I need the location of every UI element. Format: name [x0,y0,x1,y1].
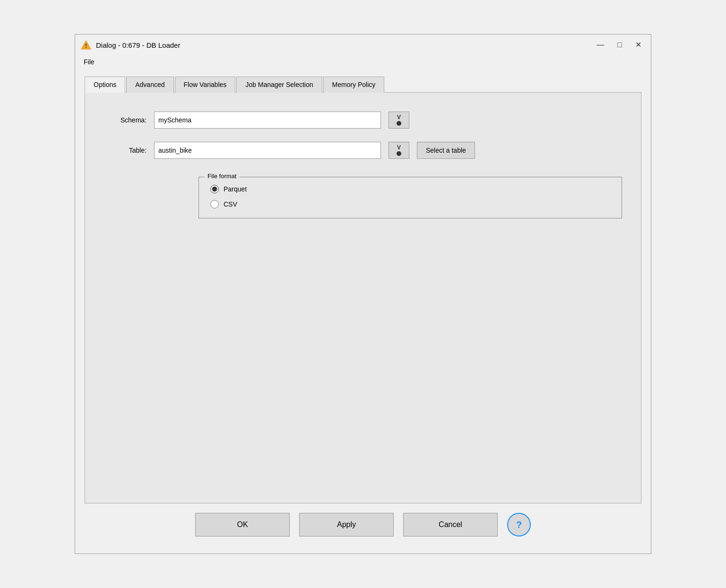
minimize-button[interactable]: — [593,40,608,50]
tab-bar: Options Advanced Flow Variables Job Mana… [85,76,641,93]
help-button[interactable]: ? [507,513,531,536]
title-bar-left: ! Dialog - 0:679 - DB Loader [81,40,180,50]
parquet-label: Parquet [224,185,247,193]
variable-dot-icon [397,121,401,126]
file-menu[interactable]: File [81,57,97,67]
schema-row: Schema: V [104,112,622,129]
csv-label: CSV [224,200,237,208]
table-label: Table: [104,147,147,154]
csv-radio[interactable] [210,200,219,208]
content-area: Options Advanced Flow Variables Job Mana… [75,69,651,553]
variable-v-icon2: V [397,145,401,150]
variable-v-icon: V [397,114,401,120]
close-button[interactable]: ✕ [631,40,645,50]
schema-variable-button[interactable]: V [389,112,409,129]
tab-advanced[interactable]: Advanced [126,77,173,93]
menu-bar: File [75,55,651,69]
footer-buttons: OK Apply Cancel ? [85,503,641,546]
maximize-button[interactable]: □ [614,40,626,50]
tab-memory-policy[interactable]: Memory Policy [323,77,385,93]
file-format-group: File format Parquet CSV [199,177,622,218]
table-input[interactable] [154,142,381,159]
title-bar-controls: — □ ✕ [593,40,645,50]
table-row: Table: V Select a table [104,142,622,159]
tab-job-manager[interactable]: Job Manager Selection [236,77,322,93]
parquet-radio[interactable] [210,185,219,193]
window-title: Dialog - 0:679 - DB Loader [96,41,180,49]
schema-input[interactable] [154,112,381,129]
tab-flow-variables[interactable]: Flow Variables [175,77,236,93]
apply-button[interactable]: Apply [299,513,394,536]
schema-label: Schema: [104,116,147,124]
select-table-button[interactable]: Select a table [417,142,475,159]
tab-panel-options: Schema: V Table: V Select a table Fi [85,93,641,503]
file-format-legend: File format [205,173,239,180]
svg-text:!: ! [85,43,87,49]
cancel-button[interactable]: Cancel [403,513,498,536]
csv-radio-row: CSV [210,200,610,208]
dialog-window: ! Dialog - 0:679 - DB Loader — □ ✕ File … [75,34,651,554]
ok-button[interactable]: OK [195,513,290,536]
title-bar: ! Dialog - 0:679 - DB Loader — □ ✕ [75,35,651,55]
parquet-radio-row: Parquet [210,185,610,193]
tab-options[interactable]: Options [85,77,125,93]
variable-dot-icon2 [397,151,401,156]
table-variable-button[interactable]: V [389,142,409,159]
warning-icon: ! [81,40,91,50]
